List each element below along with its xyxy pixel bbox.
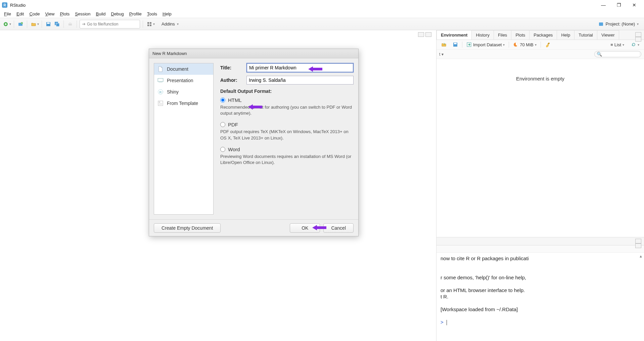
tab-help[interactable]: Help	[557, 30, 574, 40]
goto-file-function[interactable]: ➔	[80, 20, 140, 29]
window-maximize-button[interactable]: ❐	[611, 0, 627, 10]
tab-tutorial[interactable]: Tutorial	[574, 30, 597, 40]
menu-profile[interactable]: Profile	[127, 11, 144, 17]
goto-input[interactable]	[87, 22, 138, 26]
env-search-input[interactable]	[602, 52, 639, 57]
env-scope-label[interactable]: t ▾	[439, 52, 444, 57]
output-format-label: Default Output Format:	[220, 89, 354, 94]
format-word-radio[interactable]	[220, 147, 225, 152]
format-html-desc: Recommended format for authoring (you ca…	[220, 104, 354, 116]
env-tabs: Environment History Files Plots Packages…	[436, 30, 644, 40]
menu-tools[interactable]: Tools	[144, 11, 160, 17]
pane-maximize-button[interactable]	[425, 32, 431, 37]
window-minimize-button[interactable]: —	[596, 0, 611, 10]
dialog-title: New R Markdown	[149, 49, 358, 58]
format-pdf-desc: PDF output requires TeX (MiKTeX on Windo…	[220, 129, 354, 141]
project-label: Project: (None)	[606, 21, 635, 26]
open-recent-dropdown[interactable]: ▾	[37, 22, 39, 26]
rstudio-app-icon: R	[2, 2, 7, 8]
menu-build[interactable]: Build	[93, 11, 108, 17]
shiny-icon: R	[157, 89, 164, 95]
create-empty-button[interactable]: Create Empty Document	[154, 223, 221, 233]
cancel-button[interactable]: Cancel	[323, 223, 354, 233]
menu-edit[interactable]: Edit	[14, 11, 27, 17]
menu-view[interactable]: View	[42, 11, 57, 17]
consolepane-minimize-button[interactable]	[635, 239, 641, 243]
dialog-form: Title: Author: Default Output Format: HT…	[214, 63, 354, 215]
tab-environment[interactable]: Environment	[436, 30, 472, 40]
menu-bar: File Edit Code View Plots Session Build …	[0, 10, 644, 18]
dialog-sidebar: Document Presentation R Shiny From Templ…	[154, 63, 214, 215]
memory-indicator[interactable]: 70 MiB ▾	[511, 41, 538, 48]
menu-debug[interactable]: Debug	[108, 11, 127, 17]
console-body[interactable]: ▲now to cite R or R packages in publicat…	[436, 253, 644, 341]
menu-session[interactable]: Session	[72, 11, 93, 17]
project-dropdown-icon: ▾	[637, 22, 639, 26]
svg-rect-24	[159, 103, 162, 104]
svg-rect-6	[56, 23, 59, 26]
svg-rect-15	[454, 43, 457, 44]
svg-rect-19	[158, 78, 163, 82]
tab-packages[interactable]: Packages	[529, 30, 557, 40]
sidebar-item-document[interactable]: Document	[154, 63, 213, 75]
tab-files[interactable]: Files	[494, 30, 511, 40]
envpane-maximize-button[interactable]	[635, 37, 641, 42]
scroll-up-icon[interactable]: ▲	[639, 254, 643, 258]
grid-tool-button[interactable]	[146, 20, 153, 28]
save-workspace-button[interactable]	[451, 41, 460, 48]
new-rmarkdown-dialog: New R Markdown Document Presentation R S…	[149, 49, 359, 236]
sidebar-item-shiny[interactable]: R Shiny	[154, 86, 213, 98]
menu-help[interactable]: Help	[160, 11, 174, 17]
tab-viewer[interactable]: Viewer	[597, 30, 619, 40]
project-selector[interactable]: Project: (None) ▾	[598, 21, 642, 27]
import-dataset-button[interactable]: Import Dataset ▾	[464, 41, 507, 48]
goto-arrow-icon: ➔	[82, 21, 86, 26]
print-button[interactable]	[66, 20, 74, 28]
svg-rect-9	[147, 22, 149, 24]
refresh-button[interactable]: ▾	[629, 41, 641, 48]
menu-code[interactable]: Code	[27, 11, 42, 17]
tab-history[interactable]: History	[471, 30, 494, 40]
env-search[interactable]: 🔍	[594, 51, 641, 57]
console-toolbar	[436, 245, 644, 253]
menu-file[interactable]: File	[1, 11, 14, 17]
menu-plots[interactable]: Plots	[57, 11, 72, 17]
env-subtoolbar: t ▾ 🔍	[436, 50, 644, 59]
project-icon	[598, 21, 604, 27]
window-close-button[interactable]: ✕	[627, 0, 642, 10]
pane-minimize-button[interactable]	[418, 32, 424, 37]
new-file-button[interactable]	[2, 20, 9, 28]
format-word-desc: Previewing Word documents requires an in…	[220, 154, 354, 166]
list-view-button[interactable]: ≡ List ▾	[608, 42, 626, 48]
open-file-button[interactable]	[30, 20, 37, 28]
svg-rect-8	[69, 22, 71, 24]
format-html-label: HTML	[228, 97, 242, 103]
svg-rect-4	[47, 22, 50, 24]
envpane-minimize-button[interactable]	[635, 32, 641, 37]
save-all-button[interactable]	[53, 20, 61, 28]
load-workspace-button[interactable]	[439, 41, 449, 48]
sidebar-item-presentation[interactable]: Presentation	[154, 75, 213, 86]
ok-button[interactable]: OK	[290, 223, 320, 233]
title-input[interactable]	[246, 63, 354, 72]
new-project-button[interactable]	[17, 20, 24, 28]
tab-plots[interactable]: Plots	[511, 30, 530, 40]
format-html-radio[interactable]	[220, 98, 225, 103]
author-input[interactable]	[246, 76, 354, 84]
format-pdf-label: PDF	[228, 122, 238, 127]
presentation-icon	[157, 77, 164, 83]
svg-rect-10	[150, 22, 151, 24]
consolepane-maximize-button[interactable]	[635, 243, 641, 248]
svg-text:R: R	[159, 91, 162, 94]
search-icon: 🔍	[597, 52, 602, 57]
clear-workspace-button[interactable]	[543, 41, 552, 48]
svg-rect-25	[159, 104, 162, 105]
sidebar-item-template[interactable]: From Template	[154, 98, 213, 109]
new-file-dropdown[interactable]: ▾	[9, 22, 11, 26]
addins-menu[interactable]: Addins ▾	[159, 21, 181, 27]
save-button[interactable]	[45, 20, 52, 28]
grid-tool-dropdown[interactable]: ▾	[153, 22, 155, 26]
template-icon	[157, 100, 164, 106]
format-pdf-radio[interactable]	[220, 122, 225, 127]
window-titlebar: R RStudio — ❐ ✕	[0, 0, 644, 10]
